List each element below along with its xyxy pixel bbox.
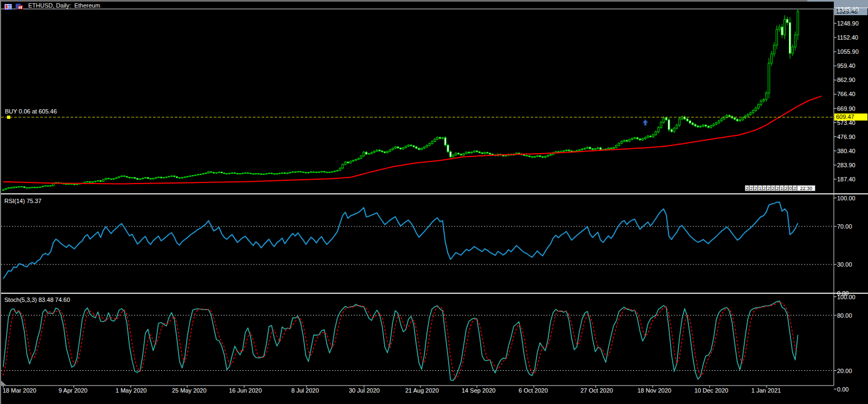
candle-body (476, 151, 477, 152)
candle-body (310, 172, 312, 172)
candle-body (139, 179, 141, 179)
candle-body (379, 150, 380, 151)
candle-body (205, 173, 207, 174)
candle-body (2, 190, 4, 191)
candle-body (142, 178, 143, 179)
candle-body (137, 179, 138, 180)
candle-body (213, 172, 214, 173)
candle-body (429, 143, 430, 145)
candle-body (286, 173, 288, 174)
candle-body (297, 172, 299, 172)
candle-body (100, 181, 101, 182)
candle-body (437, 137, 438, 139)
candle-body (489, 153, 491, 154)
candle-body (584, 148, 585, 149)
candle-body (794, 35, 796, 47)
candle-body (639, 139, 641, 140)
candle-body (299, 172, 301, 172)
order-line-handle[interactable] (7, 116, 10, 119)
candle-body (36, 187, 38, 188)
candle-body (289, 172, 291, 173)
rsi-tick-label: 100.00 (837, 195, 856, 201)
candle-body (660, 122, 662, 127)
chart-canvas[interactable] (0, 0, 868, 404)
candle-body (260, 174, 262, 174)
candle-body (487, 153, 488, 153)
candle-body (355, 160, 356, 161)
time-box: 2 (775, 185, 780, 191)
candle-body (352, 160, 354, 161)
panel-separator-stoch[interactable] (1, 293, 868, 294)
candle-body (484, 153, 486, 154)
time-axis-label: 18 Mar 2020 (3, 387, 36, 394)
candle-body (679, 119, 680, 125)
time-box: 2 (784, 185, 788, 191)
candle-body (215, 173, 217, 173)
candle-body (124, 176, 125, 176)
candle-body (558, 152, 559, 152)
candle-body (171, 176, 173, 176)
price-tick-label: 862.90 (837, 77, 856, 83)
candle-body (526, 155, 528, 156)
candle-body (234, 173, 235, 173)
candle-body (615, 146, 617, 148)
scroll-wedge (1, 381, 6, 385)
candle-body (239, 174, 241, 174)
candle-body (194, 175, 196, 175)
candle-body (781, 27, 783, 35)
candle-body (539, 156, 541, 157)
candle-body (787, 20, 788, 23)
candle-body (744, 116, 746, 118)
candle-body (218, 172, 220, 173)
candle-body (755, 108, 757, 111)
candle-body (92, 182, 93, 182)
candle-body (105, 178, 107, 179)
time-axis-label: 14 Sep 2020 (462, 387, 495, 394)
candle-body (113, 179, 114, 180)
candle-body (442, 138, 443, 138)
price-tick-label: 187.40 (837, 176, 856, 182)
candle-body (668, 120, 669, 130)
candle-body (231, 173, 233, 173)
stoch-tick-label: 0.00 (837, 386, 848, 393)
candle-body (771, 54, 773, 63)
rsi-tick-label: 30.00 (837, 261, 852, 268)
time-box: 2 (771, 185, 775, 191)
candle-body (750, 113, 751, 115)
candle-body (663, 118, 665, 122)
candle-body (563, 151, 564, 152)
candle-body (339, 168, 341, 171)
candle-body (26, 188, 28, 188)
candle-body (726, 116, 727, 117)
time-axis-label: 6 Oct 2020 (519, 387, 548, 394)
candle-body (737, 119, 738, 121)
candle-body (589, 147, 591, 149)
time-box: 1 (780, 185, 784, 191)
candle-body (276, 174, 278, 174)
time-axis-label: 25 May 2020 (172, 387, 207, 394)
candle-body (450, 152, 451, 156)
candle-body (279, 173, 280, 174)
candle-body (18, 186, 20, 187)
window-left-edge (0, 0, 1, 404)
price-tick-label: 1345.40 (837, 6, 859, 12)
candle-body (53, 184, 54, 186)
candle-body (789, 23, 791, 54)
candle-body (152, 178, 154, 179)
candle-body (652, 135, 654, 137)
candle-body (423, 147, 425, 148)
candle-body (23, 187, 25, 188)
candle-body (200, 174, 201, 175)
candle-body (452, 155, 454, 157)
panel-separator-rsi[interactable] (1, 193, 868, 194)
candle-body (460, 154, 462, 155)
candle-body (542, 156, 544, 157)
candle-body (273, 174, 275, 174)
time-box: 22:30 (797, 185, 815, 191)
candle-body (268, 173, 270, 174)
time-axis-label: 9 Apr 2020 (59, 387, 87, 394)
candle-body (689, 121, 691, 123)
candle-body (673, 128, 675, 131)
candle-body (247, 173, 248, 173)
plot-layer[interactable] (2, 9, 821, 191)
